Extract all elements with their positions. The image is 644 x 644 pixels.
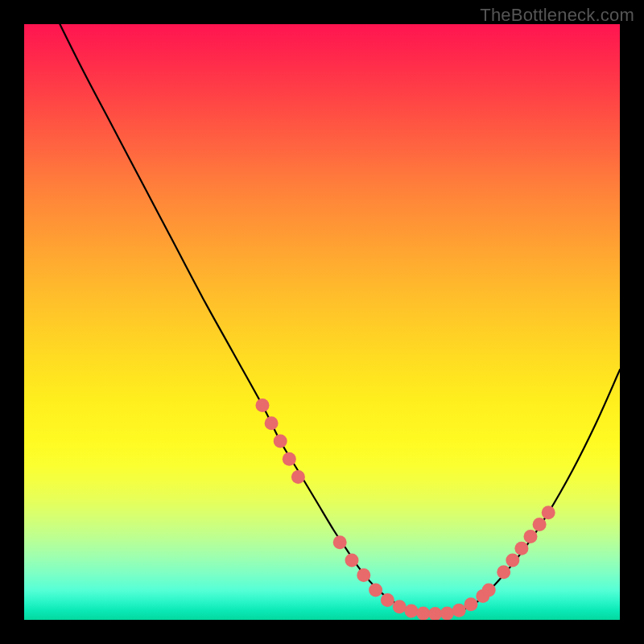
marker-dots (256, 398, 555, 620)
marker-dot (357, 568, 370, 582)
marker-dot (265, 416, 279, 430)
marker-dot (256, 398, 270, 412)
marker-dot (345, 554, 359, 568)
marker-dot (393, 600, 407, 613)
marker-dot (283, 452, 296, 466)
marker-dot (333, 535, 347, 549)
marker-dot (416, 606, 430, 620)
marker-dot (542, 506, 555, 519)
marker-dot (381, 593, 394, 607)
marker-dot (291, 470, 305, 484)
marker-dot (428, 607, 442, 620)
marker-dot (405, 604, 419, 617)
marker-dot (533, 518, 547, 531)
marker-dot (369, 584, 382, 597)
marker-dot (274, 435, 287, 448)
marker-dot (506, 554, 519, 568)
plot-area (24, 24, 620, 620)
marker-dot (524, 530, 538, 543)
chart-frame: TheBottleneck.com (0, 0, 644, 644)
marker-dot (482, 584, 496, 597)
marker-dot (452, 604, 466, 617)
marker-dot (464, 597, 478, 611)
chart-svg (24, 24, 620, 620)
marker-dot (497, 565, 510, 579)
watermark-text: TheBottleneck.com (480, 5, 634, 26)
marker-dot (514, 542, 528, 555)
marker-dot (440, 606, 454, 620)
